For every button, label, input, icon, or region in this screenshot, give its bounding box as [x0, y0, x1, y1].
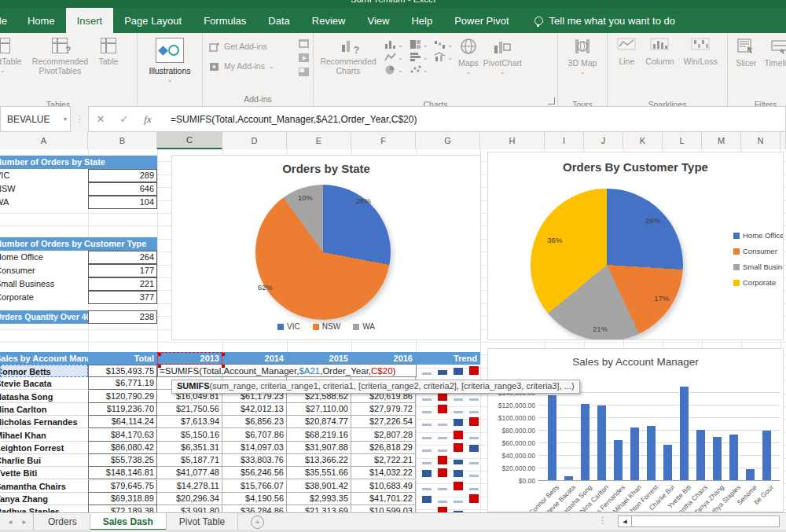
sales-row-total[interactable]: $119,236.70: [88, 403, 157, 416]
sales-row-year[interactable]: $33,803.76: [222, 454, 287, 467]
ribbon-tab-view[interactable]: View: [356, 8, 400, 33]
orders-over-40-value[interactable]: 238: [88, 310, 157, 324]
ribbon-tab-help[interactable]: Help: [400, 8, 443, 33]
line-chart-icon[interactable]: ⌄: [384, 52, 403, 62]
ribbon-tab-insert[interactable]: Insert: [66, 8, 114, 33]
new-sheet-button[interactable]: +: [251, 515, 264, 529]
orders-by-state-value[interactable]: 104: [88, 196, 157, 209]
combo-chart-icon[interactable]: ⌄: [434, 52, 453, 62]
formula-input[interactable]: =SUMIFS(Total,Account_Manager,$A21,Order…: [171, 114, 417, 125]
sales-row-year[interactable]: $35,551.66: [287, 467, 351, 479]
sales-row-year[interactable]: $27,226.54: [351, 416, 416, 428]
scrollbar-track[interactable]: [632, 515, 780, 527]
sales-row-year[interactable]: $27,979.72: [351, 403, 416, 416]
sales-header-2016[interactable]: 2016: [351, 352, 416, 365]
cell-formula-editor[interactable]: =SUMIFS(Total,Account_Manager,$A21,Order…: [157, 364, 417, 377]
column-header-N[interactable]: N: [741, 132, 780, 149]
sheet-grid[interactable]: Number of Orders by StateVIC289NSW646WA1…: [0, 149, 786, 512]
column-header-K[interactable]: K: [623, 132, 663, 149]
scatter-chart-icon[interactable]: ⌄: [410, 64, 428, 75]
scroll-left-icon[interactable]: ◀: [618, 515, 632, 527]
sales-row-year[interactable]: $56,246.56: [222, 467, 287, 479]
ribbon-tab-formulas[interactable]: Formulas: [193, 8, 257, 33]
sales-row-year[interactable]: $7,613.94: [157, 416, 222, 428]
sales-row-total[interactable]: $6,771.19: [88, 377, 157, 390]
sales-row-year[interactable]: $14,032.22: [351, 467, 416, 479]
sales-row-year[interactable]: $4,190.56: [222, 493, 287, 505]
sales-row-year[interactable]: $36,284.86: [222, 505, 287, 512]
waterfall-chart-icon[interactable]: ⌄: [434, 39, 453, 50]
column-header-I[interactable]: I: [545, 132, 584, 149]
recommended-pivottables-button[interactable]: ? Recommended PivotTables: [24, 35, 96, 99]
column-header-H[interactable]: H: [480, 132, 545, 149]
sales-row-year[interactable]: $15,766.07: [222, 480, 287, 493]
sales-row-total[interactable]: $84,170.63: [88, 429, 157, 442]
sales-row-year[interactable]: $68,219.16: [287, 429, 351, 442]
sales-row-year[interactable]: $41,077.48: [157, 467, 222, 479]
recommended-charts-button[interactable]: ? Recommended Charts: [315, 35, 381, 99]
tell-me-box[interactable]: Tell me what you want to do: [534, 8, 675, 33]
bar-chart-icon[interactable]: ⌄: [410, 52, 428, 62]
table-button[interactable]: Table: [96, 35, 120, 99]
sales-row-year[interactable]: $13,366.22: [287, 454, 351, 467]
sales-row-year[interactable]: $41,701.22: [351, 493, 416, 505]
name-box-dropdown-icon[interactable]: ▾: [64, 116, 67, 123]
pie-chart-icon[interactable]: ⌄: [384, 64, 403, 75]
sales-row-total[interactable]: $64,114.24: [88, 416, 157, 428]
name-box[interactable]: BEVALUE ▾: [0, 106, 71, 132]
sales-row-year[interactable]: $3,991.80: [157, 505, 222, 512]
selected-2013-cell[interactable]: [157, 352, 222, 365]
ribbon-tab-power-pivot[interactable]: Power Pivot: [443, 8, 520, 33]
horizontal-scrollbar[interactable]: ◀: [618, 515, 780, 527]
my-addins-button[interactable]: My Add-ins ⌄: [206, 57, 295, 75]
sales-row-total[interactable]: $120,790.29: [88, 391, 157, 403]
column-header-C[interactable]: C: [157, 132, 222, 149]
column-header-M[interactable]: M: [702, 132, 741, 149]
orders-by-state-value[interactable]: 646: [88, 182, 157, 196]
sales-row-year[interactable]: $6,707.86: [222, 429, 287, 442]
sales-by-account-manager-chart[interactable]: Sales by Account Manager$0.00$20,000.00$…: [487, 348, 784, 512]
sparkline-winloss-button[interactable]: Win/Loss: [681, 35, 720, 99]
sales-row-year[interactable]: $38,901.42: [287, 480, 351, 493]
column-header-F[interactable]: F: [351, 132, 416, 149]
sales-row-year[interactable]: $14,278.11: [157, 480, 222, 493]
ribbon-tab-home[interactable]: Home: [17, 8, 66, 33]
column-header-D[interactable]: D: [222, 132, 287, 149]
get-addins-button[interactable]: Get Add-ins: [206, 38, 295, 55]
screenshot-icon[interactable]: [298, 66, 310, 78]
orders-by-state-chart[interactable]: Orders by State28%62%10%VICNSWWA: [171, 155, 481, 340]
sheet-nav-right-icon[interactable]: ►: [17, 513, 31, 530]
ribbon-tab-data[interactable]: Data: [257, 8, 300, 33]
sales-header-2014[interactable]: 2014: [222, 352, 287, 365]
sparkline-column-button[interactable]: Column: [643, 35, 676, 99]
sales-header-2015[interactable]: 2015: [287, 352, 351, 365]
ribbon-tab-page-layout[interactable]: Page Layout: [113, 8, 193, 33]
column-chart-icon[interactable]: ⌄: [384, 39, 403, 50]
treemap-chart-icon[interactable]: ⌄: [410, 39, 428, 50]
sales-row-year[interactable]: $6,856.23: [222, 416, 287, 428]
sales-row-year[interactable]: $42,012.13: [222, 403, 287, 416]
sales-row-name[interactable]: Leighton Forrest: [0, 442, 88, 454]
illustrations-button[interactable]: Illustrations ⌄: [146, 35, 193, 99]
column-header-J[interactable]: J: [584, 132, 623, 149]
ribbon-tab-file[interactable]: File: [0, 8, 17, 33]
sales-row-total[interactable]: $86,080.42: [88, 442, 157, 454]
sheet-tab-pivot-table[interactable]: Pivot Table: [167, 513, 238, 530]
pivottable-button[interactable]: PivotTable ⌄: [0, 35, 24, 99]
sales-row-name[interactable]: Yvette Biti: [0, 467, 88, 479]
sales-row-year[interactable]: $20,296.34: [157, 493, 222, 505]
sales-row-total[interactable]: $79,645.75: [88, 480, 157, 493]
sales-row-name[interactable]: Radhya Staples: [0, 505, 88, 512]
timeline-button[interactable]: Timeline: [762, 35, 786, 99]
sales-row-name[interactable]: Charlie Bui: [0, 454, 88, 467]
sales-row-year[interactable]: $10,683.49: [351, 480, 416, 493]
slicer-button[interactable]: Slicer: [733, 35, 758, 99]
sales-row-name[interactable]: Tanya Zhang: [0, 493, 88, 505]
sales-row-name[interactable]: Mihael Khan: [0, 429, 88, 442]
video-icon[interactable]: [298, 52, 310, 64]
column-header-G[interactable]: G: [416, 132, 480, 149]
sheet-tab-orders[interactable]: Orders: [35, 513, 90, 530]
sales-header-trend[interactable]: Trend: [416, 352, 480, 365]
sales-row-name[interactable]: Nicholas Fernandes: [0, 416, 88, 428]
3d-map-button[interactable]: 3D Map ⌄: [566, 35, 600, 99]
